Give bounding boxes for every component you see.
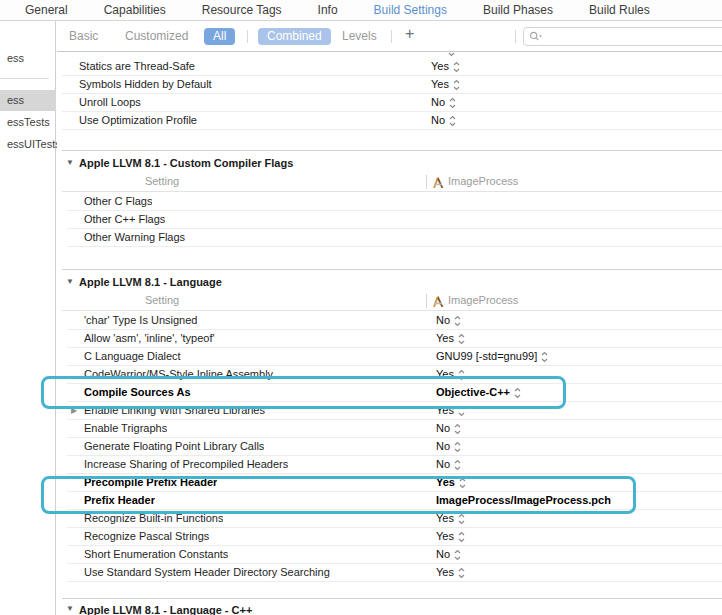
setting-row[interactable]: Recognize Built-in FunctionsYes (62, 510, 722, 528)
value-stepper-icon[interactable] (454, 549, 461, 561)
setting-row[interactable]: Precompile Prefix HeaderYes (62, 474, 722, 492)
setting-value[interactable]: No (431, 112, 456, 129)
setting-value[interactable]: No (436, 546, 461, 563)
setting-value[interactable]: No (436, 420, 461, 437)
column-divider (426, 175, 427, 189)
value-stepper-icon[interactable] (453, 79, 460, 91)
value-stepper-icon[interactable] (454, 315, 461, 327)
setting-row[interactable]: Prefix HeaderImageProcess/ImageProcess.p… (62, 492, 722, 510)
setting-name: Use Standard System Header Directory Sea… (84, 564, 330, 581)
filter-segment-basic[interactable]: Basic (69, 28, 98, 45)
filter-segment-customized[interactable]: Customized (125, 28, 188, 45)
tab-info[interactable]: Info (318, 3, 338, 17)
setting-value[interactable]: No (436, 312, 461, 329)
tab-build-phases[interactable]: Build Phases (483, 3, 553, 17)
add-setting-button[interactable]: + (405, 25, 414, 43)
setting-row[interactable]: Increase Sharing of Precompiled HeadersN… (62, 456, 722, 474)
setting-value[interactable]: Yes (436, 366, 465, 383)
setting-row[interactable]: C Language DialectGNU99 [-std=gnu99] (62, 348, 722, 366)
setting-row[interactable]: Short Enumeration ConstantsNo (62, 546, 722, 564)
setting-name: Enable Trigraphs (84, 420, 167, 437)
setting-row[interactable]: Unroll LoopsNo (57, 94, 722, 112)
sidebar-item-1[interactable]: ess (0, 90, 56, 111)
disclosure-open-icon[interactable]: ▼ (66, 273, 74, 291)
tab-build-rules[interactable]: Build Rules (589, 3, 650, 17)
setting-row[interactable]: Allow 'asm', 'inline', 'typeof'Yes (62, 330, 722, 348)
search-input[interactable] (544, 31, 722, 43)
tab-capabilities[interactable]: Capabilities (104, 3, 166, 17)
setting-value[interactable]: Yes (436, 474, 466, 491)
setting-value[interactable]: ImageProcess/ImageProcess.pch (436, 492, 611, 509)
setting-value-text: Yes (436, 528, 454, 545)
value-stepper-icon[interactable] (454, 423, 461, 435)
value-stepper-icon[interactable] (454, 459, 461, 471)
value-stepper-icon[interactable] (458, 531, 465, 543)
value-stepper-icon[interactable] (541, 351, 548, 363)
search-field[interactable] (523, 27, 722, 46)
filter-segment-combined[interactable]: Combined (258, 28, 331, 45)
setting-row[interactable]: Other C++ Flags (62, 211, 722, 229)
value-stepper-icon[interactable] (458, 567, 465, 579)
toolbar-divider (515, 30, 516, 43)
section-header[interactable]: ▼Apple LLVM 8.1 - Custom Compiler Flags (62, 154, 722, 172)
filter-segment-all[interactable]: All (204, 28, 235, 45)
setting-row[interactable]: Statics are Thread-SafeYes (57, 58, 722, 76)
setting-value-text: No (436, 546, 450, 563)
row-divider (67, 581, 722, 582)
disclosure-open-icon[interactable]: ▼ (66, 154, 74, 172)
value-stepper-icon[interactable] (458, 513, 465, 525)
setting-value-text: GNU99 [-std=gnu99] (436, 348, 537, 365)
disclosure-closed-icon[interactable]: ▶ (71, 406, 77, 415)
setting-row[interactable]: Other C Flags (62, 193, 722, 211)
setting-value-text: No (431, 112, 445, 129)
value-stepper-icon[interactable] (454, 441, 461, 453)
setting-value[interactable]: Yes (436, 564, 465, 581)
value-stepper-icon[interactable] (458, 333, 465, 345)
setting-row[interactable]: 'char' Type Is UnsignedNo (62, 312, 722, 330)
setting-row[interactable]: Recognize Pascal StringsYes (62, 528, 722, 546)
setting-value-text: ImageProcess/ImageProcess.pch (436, 492, 611, 509)
value-stepper-icon[interactable] (453, 61, 460, 73)
setting-value[interactable]: Yes (436, 528, 465, 545)
sidebar-item-3[interactable]: essUITests (0, 134, 56, 154)
setting-value[interactable]: Yes (436, 402, 465, 419)
tab-resource-tags[interactable]: Resource Tags (202, 3, 282, 17)
setting-row[interactable]: Symbols Hidden by DefaultYes (57, 76, 722, 94)
value-stepper-icon[interactable] (448, 52, 455, 57)
setting-row[interactable]: ▶Enable Linking With Shared LibrariesYes (62, 402, 722, 420)
setting-value[interactable]: Yes (431, 58, 460, 75)
setting-value[interactable]: No (436, 438, 461, 455)
setting-row[interactable]: Enable TrigraphsNo (62, 420, 722, 438)
setting-value[interactable]: Yes (436, 510, 465, 527)
value-stepper-icon[interactable] (449, 115, 456, 127)
tab-general[interactable]: General (25, 3, 68, 17)
column-divider (426, 294, 427, 308)
setting-row[interactable]: Compile Sources AsObjective-C++ (62, 384, 722, 402)
setting-value-text: Yes (436, 330, 454, 347)
toolbar-divider (391, 30, 392, 43)
column-header-setting: Setting (117, 294, 207, 306)
target-app-icon (431, 175, 445, 192)
value-stepper-icon[interactable] (458, 369, 465, 381)
value-stepper-icon[interactable] (514, 387, 521, 399)
value-stepper-icon[interactable] (458, 405, 465, 417)
tab-build-settings[interactable]: Build Settings (374, 3, 447, 17)
filter-segment-levels[interactable]: Levels (342, 28, 377, 45)
value-stepper-icon[interactable] (449, 97, 456, 109)
sidebar-item-0[interactable]: ess (0, 48, 56, 68)
setting-row[interactable]: Use Optimization ProfileNo (57, 112, 722, 130)
setting-value[interactable]: Objective-C++ (436, 384, 521, 401)
setting-row[interactable]: Use Standard System Header Directory Sea… (62, 564, 722, 582)
value-stepper-icon[interactable] (459, 477, 466, 489)
setting-value[interactable]: GNU99 [-std=gnu99] (436, 348, 548, 365)
setting-value[interactable]: Yes (431, 76, 460, 93)
section-header[interactable]: ▼Apple LLVM 8.1 - Language (62, 273, 722, 291)
setting-row[interactable]: CodeWarrior/MS-Style Inline AssemblyYes (62, 366, 722, 384)
setting-value[interactable]: No (436, 456, 461, 473)
setting-row[interactable]: Other Warning Flags (62, 229, 722, 247)
setting-row[interactable]: Generate Floating Point Library CallsNo (62, 438, 722, 456)
sidebar-item-2[interactable]: essTests (0, 112, 56, 132)
setting-value[interactable]: No (431, 94, 456, 111)
setting-name: Recognize Pascal Strings (84, 528, 209, 545)
setting-value[interactable]: Yes (436, 330, 465, 347)
